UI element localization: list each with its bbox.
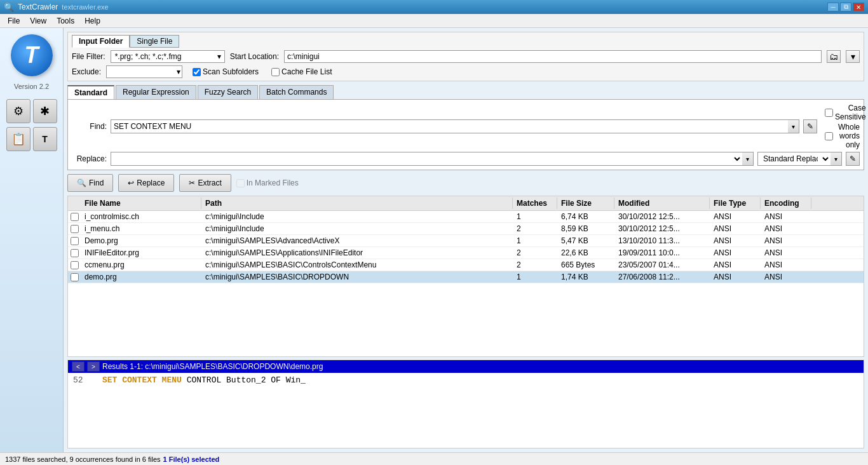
- results-header: < > Results 1-1: c:\minigui\SAMPLES\BASI…: [68, 360, 864, 373]
- table-row[interactable]: ccmenu.prg c:\minigui\SAMPLES\BASIC\Cont…: [68, 259, 864, 271]
- replace-input[interactable]: [111, 152, 742, 166]
- settings-button[interactable]: ⚙: [6, 99, 31, 123]
- cache-file-list-checkbox[interactable]: [271, 68, 280, 76]
- col-header-matches[interactable]: Matches: [513, 198, 557, 209]
- replace-type-wrapper: Standard Replace Regex Replace Case Repl…: [757, 152, 842, 166]
- start-location-input[interactable]: c:\minigui: [284, 50, 822, 63]
- find-input[interactable]: [111, 119, 788, 133]
- clipboard-button[interactable]: 📋: [6, 127, 31, 151]
- replace-type-dropdown-button[interactable]: ▾: [831, 152, 842, 166]
- results-header-text: Results 1-1: c:\minigui\SAMPLES\BASIC\DR…: [102, 362, 323, 371]
- menu-tools[interactable]: Tools: [51, 15, 79, 27]
- cell-encoding: ANSI: [761, 212, 811, 222]
- tab-standard[interactable]: Standard: [67, 85, 114, 99]
- result-text: SET CONTEXT MENU CONTROL Button_2 OF Win…: [102, 375, 306, 385]
- file-filter-combo[interactable]: *.prg; *.ch; *.c;*.fmg ▾: [111, 50, 225, 63]
- prev-result-button[interactable]: <: [72, 361, 85, 372]
- cell-size: 5,47 KB: [557, 236, 614, 246]
- cell-name: ccmenu.prg: [81, 260, 201, 270]
- table-row[interactable]: demo.prg c:\minigui\SAMPLES\BASIC\DROPDO…: [68, 271, 864, 283]
- row-checkbox[interactable]: [71, 261, 79, 269]
- results-panel: < > Results 1-1: c:\minigui\SAMPLES\BASI…: [67, 360, 864, 448]
- col-header-modified[interactable]: Modified: [614, 198, 710, 209]
- cell-path: c:\minigui\SAMPLES\Applications\INIFileE…: [201, 248, 513, 258]
- col-header-type[interactable]: File Type: [710, 198, 761, 209]
- replace-dropdown-button[interactable]: ▾: [742, 152, 754, 166]
- next-result-button[interactable]: >: [87, 361, 100, 372]
- filter-row: File Filter: *.prg; *.ch; *.c;*.fmg ▾ St…: [72, 50, 860, 63]
- titlebar-title: TextCrawler: [18, 3, 58, 11]
- cell-path: c:\minigui\SAMPLES\BASIC\DROPDOWN: [201, 272, 513, 282]
- exclude-combo[interactable]: ▾: [106, 65, 182, 78]
- case-sensitive-checkbox[interactable]: [825, 109, 833, 117]
- cell-type: ANSI: [710, 212, 761, 222]
- cell-size: 6,74 KB: [557, 212, 614, 222]
- row-checkbox[interactable]: [71, 273, 79, 281]
- table-row[interactable]: INIFileEditor.prg c:\minigui\SAMPLES\App…: [68, 247, 864, 259]
- replace-button[interactable]: ↩ Replace: [118, 174, 174, 192]
- table-row[interactable]: i_menu.ch c:\minigui\Include 2 8,59 KB 3…: [68, 223, 864, 235]
- cache-file-list-label[interactable]: Cache File List: [271, 67, 332, 76]
- in-marked-files-checkbox: [236, 179, 245, 187]
- col-header-encoding[interactable]: Encoding: [761, 198, 811, 209]
- menu-file[interactable]: File: [3, 15, 25, 27]
- whole-words-checkbox[interactable]: [825, 132, 833, 140]
- browse-button[interactable]: 🗂: [827, 50, 841, 63]
- menu-view[interactable]: View: [25, 15, 51, 27]
- cell-name: i_menu.ch: [81, 224, 201, 234]
- menubar: File View Tools Help: [0, 14, 868, 28]
- replace-type-select[interactable]: Standard Replace Regex Replace Case Repl…: [757, 152, 831, 166]
- cell-modified: 30/10/2012 12:5...: [614, 212, 710, 222]
- replace-label: Replace:: [72, 154, 107, 163]
- find-button-icon: 🔍: [77, 179, 86, 187]
- in-marked-files-option[interactable]: In Marked Files: [236, 179, 299, 187]
- replace-row: Replace: ▾ Standard Replace Regex Replac…: [72, 152, 860, 166]
- extract-button[interactable]: ✂ Extract: [179, 174, 231, 192]
- row-checkbox[interactable]: [71, 213, 79, 221]
- tab-single-file[interactable]: Single File: [130, 35, 179, 48]
- replace-button-icon: ↩: [128, 179, 134, 187]
- location-options-button[interactable]: ▾: [846, 50, 860, 63]
- scan-subfolders-checkbox[interactable]: [193, 68, 201, 76]
- row-checkbox[interactable]: [71, 249, 79, 257]
- exclude-dropdown-icon: ▾: [177, 67, 180, 76]
- cell-name: i_controlmisc.ch: [81, 212, 201, 222]
- tab-regex[interactable]: Regular Expression: [116, 85, 196, 99]
- restore-button[interactable]: ⧉: [840, 3, 851, 11]
- table-row[interactable]: i_controlmisc.ch c:\minigui\Include 1 6,…: [68, 211, 864, 223]
- cell-type: ANSI: [710, 272, 761, 282]
- whole-words-option[interactable]: Whole words only: [825, 123, 860, 149]
- case-sensitive-option[interactable]: Case Sensitive: [825, 104, 860, 121]
- find-dropdown-button[interactable]: ▾: [788, 119, 799, 133]
- cell-encoding: ANSI: [761, 272, 811, 282]
- table-row[interactable]: Demo.prg c:\minigui\SAMPLES\Advanced\Act…: [68, 235, 864, 247]
- minimize-button[interactable]: ─: [827, 3, 839, 11]
- file-list-header: File Name Path Matches File Size Modifie…: [68, 196, 864, 211]
- regex-button[interactable]: ✱: [33, 99, 57, 123]
- find-button[interactable]: 🔍 Find: [67, 174, 113, 192]
- tab-input-folder[interactable]: Input Folder: [72, 35, 130, 48]
- replace-row-inner: ▾ Standard Replace Regex Replace Case Re…: [111, 152, 860, 166]
- replace-edit-button[interactable]: ✎: [846, 152, 860, 166]
- exclude-row: Exclude: ▾ Scan Subfolders Cache File Li…: [72, 65, 860, 78]
- tab-fuzzy[interactable]: Fuzzy Search: [198, 85, 258, 99]
- col-header-path[interactable]: Path: [201, 198, 513, 209]
- close-button[interactable]: ✕: [853, 3, 864, 11]
- menu-help[interactable]: Help: [79, 15, 105, 27]
- scan-subfolders-label[interactable]: Scan Subfolders: [193, 67, 259, 76]
- sidebar-buttons-row2: 📋 T: [6, 127, 57, 151]
- tab-batch[interactable]: Batch Commands: [259, 85, 334, 99]
- row-checkbox[interactable]: [71, 237, 79, 245]
- col-header-size[interactable]: File Size: [557, 198, 614, 209]
- row-checkbox-cell: [68, 273, 81, 282]
- extract-button-icon: ✂: [189, 179, 195, 187]
- app-version: Version 2.2: [14, 83, 49, 90]
- text-button[interactable]: T: [33, 127, 57, 151]
- find-edit-button[interactable]: ✎: [803, 119, 817, 133]
- row-checkbox-cell: [68, 212, 81, 222]
- cell-path: c:\minigui\SAMPLES\Advanced\ActiveX: [201, 236, 513, 246]
- cell-encoding: ANSI: [761, 248, 811, 258]
- app-icon-small: 🔍: [4, 3, 14, 12]
- row-checkbox[interactable]: [71, 225, 79, 233]
- col-header-name[interactable]: File Name: [81, 198, 201, 209]
